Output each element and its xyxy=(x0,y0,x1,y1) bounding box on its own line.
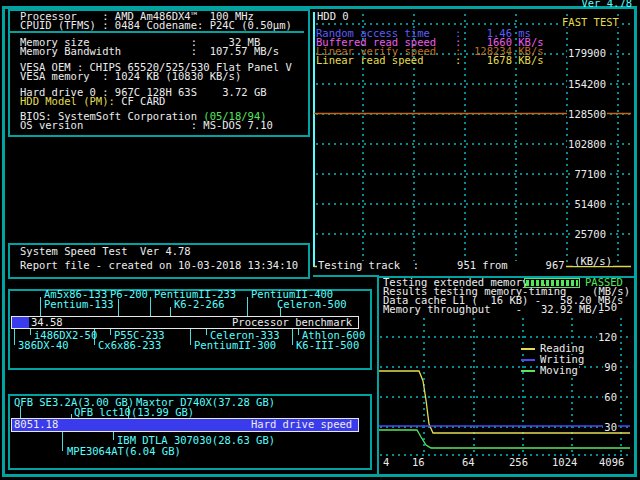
drive-connector xyxy=(113,432,114,440)
cpu-connector xyxy=(30,329,31,335)
cpu-ref-label: 386DX-40 xyxy=(18,341,69,350)
drive-connector xyxy=(62,432,63,451)
hdd-benchmark-score: 8051.18 xyxy=(14,420,58,429)
legend-moving-swatch xyxy=(521,370,535,372)
panel-separator xyxy=(313,275,379,277)
legend-writing-label: Writing xyxy=(539,355,585,364)
hdd-axis-label: 102800 xyxy=(567,140,607,149)
hdd-model-value: CF CARD xyxy=(115,95,166,107)
mem-x-label: 256 xyxy=(508,458,529,467)
mem-axis-label: 120 xyxy=(597,333,618,342)
cpu-benchmark-score: 34.58 xyxy=(31,318,63,327)
cpuid-line: CPUID (TFMS) : 0484 Codename: P24C (0.50… xyxy=(20,21,292,30)
cpu-ref-label: K6-2-266 xyxy=(174,300,225,309)
version-label: Ver 4.78 xyxy=(581,0,632,8)
mem-axis-label: 150 xyxy=(597,303,618,312)
info-divider xyxy=(10,31,304,33)
legend-reading-swatch xyxy=(521,348,535,350)
memory-bandwidth-line: Memory Bandwidth : 107.57 MB/s xyxy=(20,47,279,56)
drive-ref-label: IBM DTLA 307030(28.63 GB) xyxy=(117,436,275,445)
vesa-memory-line: VESA memory : 1024 KB (10830 KB/s) xyxy=(20,72,241,81)
cpu-ref-label: K6-III-500 xyxy=(296,341,359,350)
cpu-benchmark-bar-fill xyxy=(12,317,29,328)
cpu-connector xyxy=(110,329,111,335)
drive-ref-label: MPE3064AT(6.04 GB) xyxy=(67,447,181,456)
cpu-ref-label: PentiumII-300 xyxy=(194,341,276,350)
mem-x-label: 1024 xyxy=(551,458,578,467)
memory-throughput-line: Memory throughput - 32.92 MB/s xyxy=(383,305,604,314)
hdd-axis-label: 25700 xyxy=(573,230,607,239)
hdd-axis-label: 77100 xyxy=(573,170,607,179)
cpu-connector xyxy=(170,307,171,316)
hdd-benchmark-title: Hard drive speed xyxy=(251,420,352,429)
drive-ref-label: QFB lct10(13.99 GB) xyxy=(74,408,194,417)
cpu-connector xyxy=(292,329,293,345)
legend-reading-label: Reading xyxy=(539,344,585,353)
hdd-axis-label: 154200 xyxy=(567,80,607,89)
cpu-connector xyxy=(14,329,15,345)
app-title: System Speed Test Ver 4.78 xyxy=(20,247,191,256)
cpu-connector xyxy=(206,329,207,335)
mem-axis-label: 60 xyxy=(603,393,618,402)
cpu-ref-label: P6-200 xyxy=(110,290,148,299)
mem-axis-label: 90 xyxy=(603,363,618,372)
cpu-connector xyxy=(190,329,191,345)
legend-moving-label: Moving xyxy=(539,366,579,375)
linear-read-line: Linear read speed : 1678 KB/s xyxy=(316,56,544,65)
hdd-axis-unit: (KB/s) xyxy=(573,257,613,266)
hdd-panel-title: HDD 0 xyxy=(317,12,349,21)
mem-x-label: 4 xyxy=(382,458,390,467)
os-version-line: OS version : MS-DOS 7.10 xyxy=(20,121,273,130)
cpu-ref-label: Cx6x86-233 xyxy=(98,341,161,350)
hdd-axis-label: 179900 xyxy=(567,49,607,58)
hdd-model-label: HDD Model (PM): xyxy=(20,95,115,107)
hdd-axis-label: 128500 xyxy=(567,110,607,119)
cpu-ref-label: Pentium-133 xyxy=(44,300,114,309)
cpu-ref-label: Celeron-500 xyxy=(277,300,347,309)
hdd-model-line: HDD Model (PM): CF CARD xyxy=(20,97,165,106)
cpu-benchmark-title: Processor benchmark xyxy=(232,318,352,327)
mem-x-label: 64 xyxy=(461,458,476,467)
hdd-axis-label: 51400 xyxy=(573,200,607,209)
cpu-connector xyxy=(298,329,299,335)
cpu-connector xyxy=(118,299,119,316)
cpu-connector xyxy=(247,297,248,316)
cpu-connector xyxy=(40,297,41,316)
fast-test-label: FAST TEST xyxy=(561,18,620,27)
legend-writing-swatch xyxy=(521,359,535,361)
testing-track-status: Testing track : 951 from 967 xyxy=(317,261,566,270)
system-speed-test-screen: Ver 4.78 Processor : AMD Am486DX4™ 100 M… xyxy=(0,0,640,480)
mem-x-label: 16 xyxy=(411,458,426,467)
mem-x-label: 4096 xyxy=(598,458,625,467)
report-file-line: Report file - created on 10-03-2018 13:3… xyxy=(20,261,298,270)
hdd-chart-axis xyxy=(313,12,315,267)
mem-axis-label: 30 xyxy=(603,423,618,432)
cpu-connector xyxy=(150,297,151,316)
